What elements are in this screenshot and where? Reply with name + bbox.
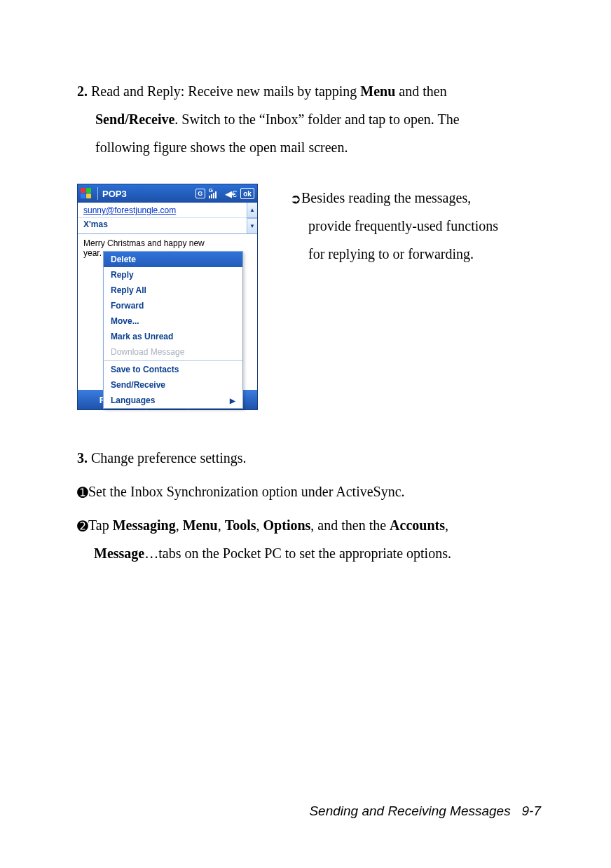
ok-button[interactable]: ok xyxy=(240,188,254,199)
circled-2-icon: ➋ xyxy=(77,519,88,534)
speaker-icon[interactable]: ◀€ xyxy=(225,189,237,198)
context-menu: Delete Reply Reply All Forward Move... M… xyxy=(103,251,243,409)
line: following figure shows the open mail scr… xyxy=(77,133,541,161)
step-2-number: 2. xyxy=(77,83,88,99)
menu-separator xyxy=(104,360,242,361)
from-link[interactable]: sunny@forestjungle.com xyxy=(83,205,176,215)
text: , xyxy=(256,517,263,533)
menu-item-download-message: Download Message xyxy=(104,344,242,360)
page-footer: Sending and Receiving Messages 9-7 xyxy=(0,803,541,819)
menu-item-send-receive[interactable]: Send/Receive xyxy=(104,377,242,393)
message-bold: Message xyxy=(94,545,144,561)
menu-item-reply-all[interactable]: Reply All xyxy=(104,283,242,298)
text: Set the Inbox Synchronization option und… xyxy=(88,484,405,499)
start-icon[interactable] xyxy=(81,188,92,199)
text: , xyxy=(218,517,225,533)
text: for replying to or forwarding. xyxy=(290,240,541,268)
separator xyxy=(97,187,98,200)
side-note: ➲Besides reading the messages, provide f… xyxy=(290,184,541,268)
circled-1-icon: ➊ xyxy=(77,485,88,500)
text: Tap xyxy=(88,517,113,533)
scroll-up-button[interactable]: ▲ xyxy=(247,203,257,218)
scroll-down-button[interactable]: ▼ xyxy=(247,218,257,233)
tools-bold: Tools xyxy=(225,517,256,533)
line: Send/Receive. Switch to the “Inbox” fold… xyxy=(77,105,541,133)
signal-icon[interactable]: G xyxy=(209,189,221,198)
menu-item-move[interactable]: Move... xyxy=(104,313,242,329)
line: Message…tabs on the Pocket PC to set the… xyxy=(77,539,541,567)
text: Read and Reply: Receive new mails by tap… xyxy=(88,83,360,99)
options-bold: Options xyxy=(263,517,311,533)
menu-bold: Menu xyxy=(360,83,395,99)
send-receive-bold: Send/Receive xyxy=(95,111,174,127)
accounts-bold: Accounts xyxy=(390,517,445,533)
menu-item-forward[interactable]: Forward xyxy=(104,298,242,313)
footer-title: Sending and Receiving Messages xyxy=(309,803,510,818)
body-line: Merry Christmas and happy new xyxy=(83,238,252,248)
menu-item-mark-unread[interactable]: Mark as Unread xyxy=(104,329,242,344)
text: Change preference settings. xyxy=(88,450,247,466)
substep-2: ➋Tap Messaging, Menu, Tools, Options, an… xyxy=(77,511,541,567)
menu-item-languages[interactable]: Languages ▶ xyxy=(104,393,242,408)
title-bar: POP3 G G ◀€ ok xyxy=(78,184,257,203)
submenu-arrow-icon: ▶ xyxy=(230,397,235,405)
menu-item-delete[interactable]: Delete xyxy=(104,252,242,267)
menu-item-save-to-contacts[interactable]: Save to Contacts xyxy=(104,362,242,377)
app-title: POP3 xyxy=(102,189,195,199)
messaging-bold: Messaging xyxy=(113,517,176,533)
subject-field: X'mas xyxy=(78,217,247,233)
page-number: 9-7 xyxy=(522,803,541,818)
step-2-paragraph: 2. Read and Reply: Receive new mails by … xyxy=(77,77,541,161)
text: , xyxy=(176,517,183,533)
text: provide frequently-used functions xyxy=(290,212,541,240)
from-field: sunny@forestjungle.com xyxy=(78,203,247,217)
step-3-number: 3. xyxy=(77,450,88,466)
mail-body: Merry Christmas and happy new year. Dele… xyxy=(78,234,257,390)
step-3-paragraph: 3. Change preference settings. xyxy=(77,444,541,472)
menu-item-reply[interactable]: Reply xyxy=(104,267,242,283)
menu-bold: Menu xyxy=(183,517,218,533)
gprs-icon[interactable]: G xyxy=(195,189,205,198)
text: . Switch to the “Inbox” folder and tap t… xyxy=(174,111,459,127)
pocket-pc-screenshot: POP3 G G ◀€ ok sunny@ xyxy=(77,184,258,410)
mail-header: sunny@forestjungle.com X'mas ▲ ▼ xyxy=(78,203,257,234)
text: , xyxy=(445,517,448,533)
menu-item-label: Languages xyxy=(111,395,155,405)
text: …tabs on the Pocket PC to set the approp… xyxy=(144,545,451,561)
text: , and then the xyxy=(310,517,390,533)
substep-1: ➊Set the Inbox Synchronization option un… xyxy=(77,477,541,506)
arrow-icon: ➲ xyxy=(290,191,301,206)
text: and then xyxy=(395,83,446,99)
text: Besides reading the messages, xyxy=(301,190,471,205)
